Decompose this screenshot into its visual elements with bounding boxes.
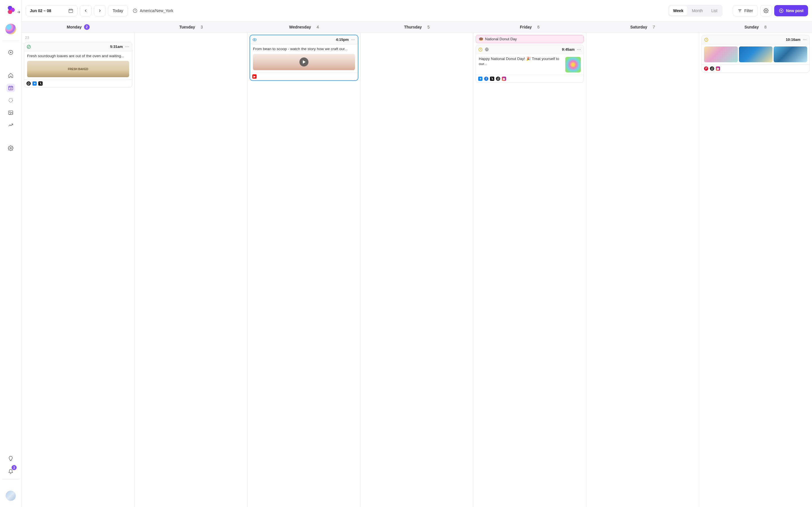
today-button[interactable]: Today [108,5,128,16]
post-text: Fresh sourdough loaves are out of the ov… [27,54,129,59]
date-range-label: Jun 02 – 08 [30,8,51,13]
status-review-icon [252,38,257,42]
app-logo[interactable] [6,5,16,15]
next-week-button[interactable] [94,5,106,16]
svg-point-6 [9,98,12,102]
donut-emoji-icon: 🍩 [479,37,483,41]
sidebar-collapse-icon[interactable] [15,9,22,15]
post-time: 10:16am [786,38,801,42]
facebook-icon: f [484,76,488,81]
notification-badge: 3 [11,465,17,470]
day-header-thursday: Thursday 5 [360,22,473,33]
day-header-wednesday: Wednesday 4 [248,22,360,33]
home-nav[interactable] [6,71,15,80]
prev-week-button[interactable] [80,5,92,16]
post-card[interactable]: 4:15pm ⋯ From bean to scoop - watch the … [250,35,358,80]
plus-circle-icon [779,8,784,13]
post-time: 4:15pm [336,38,349,42]
bluesky-icon: ✦ [33,81,37,86]
day-header-tuesday: Tuesday 3 [135,22,247,33]
svg-rect-7 [9,111,13,114]
post-more-icon[interactable]: ⋯ [576,47,581,52]
main: Jun 02 – 08 Today America/New_York Week … [22,0,812,507]
threads-icon: @ [27,81,31,86]
post-image-thumbnail [704,47,738,62]
calendar-nav[interactable]: 12 [6,83,15,92]
threads-icon: @ [496,76,500,81]
day-column-tuesday[interactable] [135,33,248,507]
week-number: 23 [24,35,132,42]
help-icon[interactable] [6,454,15,463]
post-card[interactable]: 10:16am ⋯ P @ ◉ [702,35,810,73]
notifications-icon[interactable]: 3 [6,467,15,475]
post-networks: ▶ [250,72,358,80]
post-time: 5:31am [110,45,123,49]
settings-nav[interactable] [6,144,15,152]
threads-icon: @ [710,66,714,71]
post-more-icon[interactable]: ⋯ [350,38,356,42]
day-header-sunday: Sunday 8 [699,22,812,33]
svg-point-15 [254,39,255,40]
timezone-display[interactable]: America/New_York [133,8,173,13]
globe-icon [485,47,489,52]
drafts-nav[interactable] [6,96,15,105]
day-header-friday: Friday 6 [473,22,586,33]
instagram-icon: ◉ [502,76,506,81]
day-column-friday[interactable]: 🍩 National Donut Day 9:45am ⋯ Happy Nati… [473,33,587,507]
post-image-thumbnail [774,47,807,62]
post-card[interactable]: 9:45am ⋯ Happy National Donut Day! 🎉 Tre… [476,45,584,83]
post-text: Happy National Donut Day! 🎉 Treat yourse… [479,56,563,72]
event-label: National Donut Day [485,37,517,41]
post-networks: ✦ f 𝕏 @ ◉ [476,75,583,82]
post-networks: @ ✦ 𝕏 [24,79,132,87]
instagram-icon: ◉ [716,66,720,71]
svg-text:12: 12 [10,88,12,90]
status-scheduled-icon [478,47,483,52]
day-column-sunday[interactable]: 10:16am ⋯ P @ ◉ [699,33,812,507]
day-column-wednesday[interactable]: 4:15pm ⋯ From bean to scoop - watch the … [248,33,361,507]
sidebar-nav: 12 [6,48,15,152]
analytics-nav[interactable] [6,121,15,129]
view-week-tab[interactable]: Week [669,6,688,15]
calendar-header-row: Monday 2 Tuesday 3 Wednesday 4 Thursday … [22,21,812,33]
filter-icon [738,8,742,13]
post-networks: P @ ◉ [702,64,809,72]
new-post-button[interactable]: New post [774,5,808,16]
workspace-avatar[interactable] [5,24,16,34]
view-month-tab[interactable]: Month [688,6,707,15]
filter-button[interactable]: Filter [733,5,758,16]
post-image-gallery [702,44,809,64]
post-more-icon[interactable]: ⋯ [802,38,807,42]
day-header-saturday: Saturday 7 [586,22,699,33]
post-image-thumbnail [739,47,772,62]
day-column-monday[interactable]: 23 5:31am ⋯ Fresh sourdough loaves are o… [22,33,135,507]
bluesky-icon: ✦ [478,76,483,81]
create-button[interactable] [6,48,15,57]
holiday-event-chip[interactable]: 🍩 National Donut Day [476,35,584,43]
post-time: 9:45am [562,47,574,52]
play-icon [299,57,308,66]
svg-point-12 [765,10,767,11]
day-header-monday: Monday 2 [22,22,135,33]
status-published-icon [27,45,31,49]
day-column-thursday[interactable] [361,33,474,507]
clock-icon [133,8,138,13]
youtube-icon: ▶ [252,74,257,78]
post-text: From bean to scoop - watch the story how… [253,47,355,52]
svg-point-9 [10,148,11,149]
day-count-badge: 2 [84,24,90,30]
view-switcher: Week Month List [668,5,723,17]
post-video-thumbnail [253,54,355,70]
date-range-picker[interactable]: Jun 02 – 08 [26,5,78,16]
media-nav[interactable] [6,108,15,117]
calendar-settings-button[interactable] [760,5,772,16]
topbar: Jun 02 – 08 Today America/New_York Week … [22,0,812,21]
view-list-tab[interactable]: List [707,6,721,15]
post-image-thumbnail: FRESH BAKED [27,61,129,77]
day-column-saturday[interactable] [587,33,700,507]
calendar-icon [68,8,73,13]
user-avatar[interactable] [6,491,16,501]
post-card[interactable]: 5:31am ⋯ Fresh sourdough loaves are out … [24,42,132,88]
svg-point-8 [10,112,10,113]
post-more-icon[interactable]: ⋯ [124,45,130,49]
